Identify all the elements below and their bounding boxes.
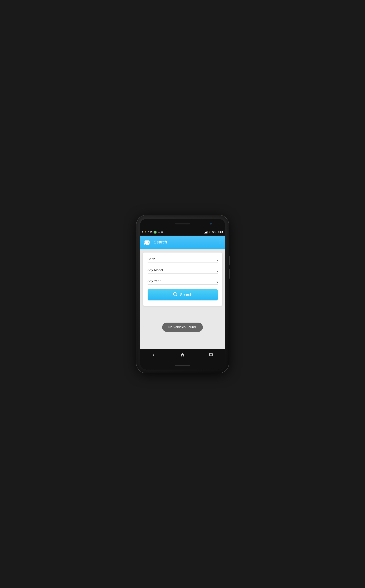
make-label: Benz: [147, 257, 155, 261]
usb-icon: ⚡: [144, 231, 147, 233]
svg-rect-12: [144, 242, 145, 243]
svg-line-15: [176, 295, 177, 296]
s-circle-icon: S: [154, 231, 157, 234]
signal-bars: [204, 231, 208, 234]
model-label: Any Model: [147, 268, 163, 272]
make-dropdown[interactable]: Benz: [147, 257, 218, 263]
results-area: No Vehicles Found.: [140, 306, 225, 349]
android-icon: 🤖: [161, 231, 163, 233]
battery-icon: ⚡: [209, 231, 211, 233]
svg-rect-13: [147, 242, 149, 243]
top-bezel: [140, 219, 225, 229]
app-bar-icon: [143, 238, 151, 246]
search-button-label: Search: [180, 293, 192, 297]
facebook-icon: f: [142, 231, 143, 233]
no-results-text: No Vehicles Found.: [168, 325, 197, 329]
home-button[interactable]: [176, 351, 189, 359]
back-button[interactable]: [148, 351, 160, 359]
app-bar: Search ⋮: [140, 236, 225, 249]
sync-icon: S: [148, 231, 149, 233]
make-arrow-icon: [216, 260, 218, 261]
model-arrow-icon: [216, 271, 218, 272]
clock: 9:28: [218, 231, 223, 234]
bar4: [207, 231, 208, 234]
year-dropdown[interactable]: Any Year: [147, 279, 218, 285]
phone-screen: f ⚡ S 🖼 S ▭ 🤖 ⚡ 30% 9:28: [140, 219, 225, 369]
year-label: Any Year: [147, 279, 161, 283]
bottom-bezel: [140, 361, 225, 369]
app-content: Search ⋮ Benz Any Model Any Year: [140, 236, 225, 349]
search-button[interactable]: Search: [147, 289, 218, 300]
recents-button[interactable]: [205, 351, 217, 359]
speaker: [175, 223, 190, 224]
svg-point-11: [148, 244, 149, 245]
status-icons-right: ⚡ 30% 9:28: [204, 231, 223, 234]
svg-point-9: [144, 244, 145, 245]
status-icons-left: f ⚡ S 🖼 S ▭ 🤖: [142, 231, 204, 234]
battery-percent: 30%: [212, 231, 216, 233]
screen-icon: ▭: [158, 231, 160, 233]
bar1: [204, 233, 205, 234]
camera: [210, 223, 212, 225]
model-dropdown[interactable]: Any Model: [147, 268, 218, 274]
bar3: [206, 232, 207, 234]
phone-device: f ⚡ S 🖼 S ▭ 🤖 ⚡ 30% 9:28: [136, 215, 229, 373]
image-icon: 🖼: [150, 231, 152, 233]
year-arrow-icon: [216, 282, 218, 283]
svg-rect-17: [210, 354, 212, 356]
search-icon: [173, 292, 178, 298]
nav-bar: [140, 349, 225, 361]
app-bar-title: Search: [154, 240, 218, 245]
home-indicator: [175, 365, 190, 366]
status-bar: f ⚡ S 🖼 S ▭ 🤖 ⚡ 30% 9:28: [140, 229, 225, 236]
search-card: Benz Any Model Any Year: [143, 253, 222, 306]
overflow-menu-button[interactable]: ⋮: [218, 240, 222, 244]
no-results-badge: No Vehicles Found.: [162, 323, 203, 332]
cars-icon: [143, 238, 151, 245]
bar2: [205, 232, 206, 234]
